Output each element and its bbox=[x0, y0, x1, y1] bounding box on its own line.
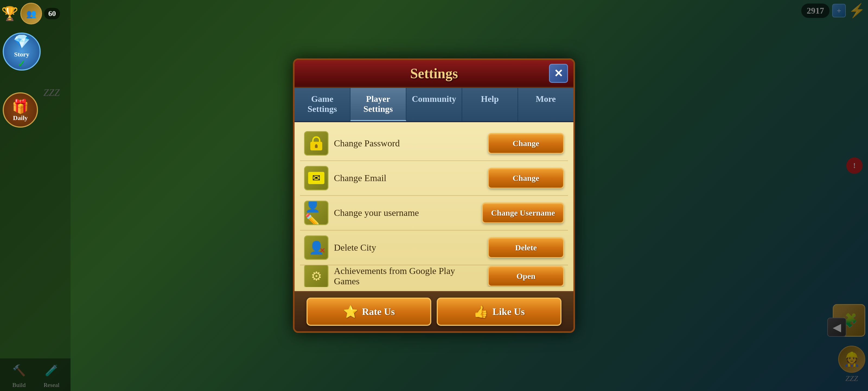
change-email-button[interactable]: Change bbox=[488, 168, 564, 189]
user-icon: 👤✏️ bbox=[304, 201, 329, 225]
checkmark-icon: ✓ bbox=[18, 58, 26, 69]
lock-icon bbox=[304, 131, 329, 156]
daily-button[interactable]: 🎁 Daily bbox=[3, 92, 38, 128]
change-username-label: Change your username bbox=[334, 208, 476, 218]
chest-icon: 🎁 bbox=[12, 99, 29, 114]
delete-city-button[interactable]: Delete bbox=[488, 237, 564, 258]
change-password-row: Change Password Change bbox=[300, 126, 568, 161]
tab-game-settings[interactable]: Game Settings bbox=[294, 88, 350, 121]
change-password-label: Change Password bbox=[334, 138, 483, 148]
settings-content: Change Password Change ✉ Change Email Ch… bbox=[294, 122, 574, 291]
tab-help[interactable]: Help bbox=[462, 88, 518, 121]
close-button[interactable]: ✕ bbox=[549, 64, 568, 83]
change-email-label: Change Email bbox=[334, 173, 483, 183]
modal-title: Settings bbox=[303, 65, 565, 81]
crystal-icon: 💎 bbox=[13, 34, 30, 49]
achievements-label: Achievements from Google Play Games bbox=[334, 266, 483, 286]
trophy-icon: 🏆 bbox=[1, 6, 18, 22]
star-icon: ⭐ bbox=[343, 305, 358, 319]
tab-player-settings[interactable]: Player Settings bbox=[350, 88, 406, 121]
change-username-button[interactable]: Change Username bbox=[482, 202, 564, 223]
change-password-button[interactable]: Change bbox=[488, 133, 564, 154]
story-button[interactable]: 💎 Story ✓ bbox=[3, 33, 41, 71]
email-icon: ✉ bbox=[304, 166, 329, 190]
tab-bar: Game Settings Player Settings Community … bbox=[294, 88, 574, 122]
delete-city-row: 👤 ✕ Delete City Delete bbox=[300, 230, 568, 265]
open-achievements-button[interactable]: Open bbox=[488, 266, 564, 286]
like-us-button[interactable]: 👍 Like Us bbox=[437, 298, 561, 326]
delete-icon: 👤 ✕ bbox=[304, 235, 329, 260]
change-username-row: 👤✏️ Change your username Change Username bbox=[300, 196, 568, 230]
rate-us-button[interactable]: ⭐ Rate Us bbox=[307, 298, 431, 326]
like-us-label: Like Us bbox=[492, 306, 525, 317]
currency-display: 60 bbox=[44, 8, 60, 19]
daily-label: Daily bbox=[13, 114, 28, 122]
modal-header: Settings ✕ bbox=[294, 60, 574, 88]
modal-overlay: Settings ✕ Game Settings Player Settings… bbox=[0, 0, 868, 391]
achievements-icon: ⚙ bbox=[304, 265, 329, 287]
achievements-row: ⚙ Achievements from Google Play Games Op… bbox=[300, 265, 568, 287]
settings-modal: Settings ✕ Game Settings Player Settings… bbox=[293, 58, 575, 333]
avatar: 👥 bbox=[20, 3, 42, 24]
thumbsup-icon: 👍 bbox=[473, 305, 488, 319]
tab-community[interactable]: Community bbox=[406, 88, 462, 121]
change-email-row: ✉ Change Email Change bbox=[300, 161, 568, 196]
modal-footer: ⭐ Rate Us 👍 Like Us bbox=[294, 291, 574, 331]
delete-city-label: Delete City bbox=[334, 243, 483, 253]
rate-us-label: Rate Us bbox=[362, 306, 395, 317]
tab-more[interactable]: More bbox=[518, 88, 574, 121]
story-label: Story bbox=[14, 51, 29, 58]
